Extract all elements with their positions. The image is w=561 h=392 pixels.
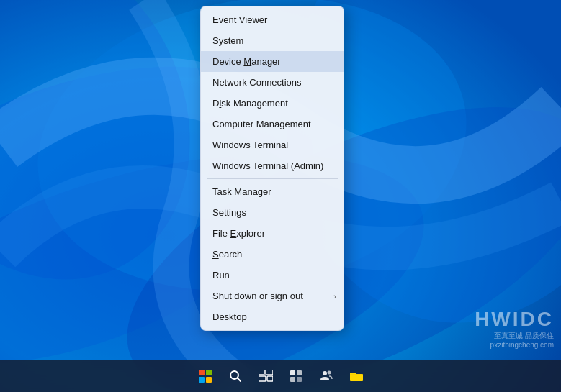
svg-rect-10 — [266, 370, 273, 375]
menu-item-settings[interactable]: Settings — [201, 202, 344, 223]
menu-item-label: Network Connections — [212, 77, 302, 88]
teams-button[interactable] — [313, 363, 340, 390]
menu-item-label: Shut down or sign out — [212, 291, 303, 301]
menu-item-label: File Explorer — [212, 228, 265, 239]
menu-item-label: Task Manager — [212, 186, 271, 197]
menu-item-computer-management[interactable]: Computer Management — [201, 114, 344, 135]
menu-item-windows-terminal[interactable]: Windows Terminal — [201, 135, 344, 155]
watermark-subtitle: 至真至诚 品质保住 — [475, 331, 554, 341]
menu-item-label: Search — [212, 249, 242, 260]
menu-item-network-connections[interactable]: Network Connections — [201, 72, 344, 93]
menu-item-disk-management[interactable]: Disk Management — [201, 93, 344, 114]
menu-item-event-viewer[interactable]: Event Viewer — [201, 9, 344, 30]
menu-item-label: Windows Terminal — [212, 140, 288, 150]
menu-item-label: Disk Management — [212, 98, 288, 109]
svg-rect-15 — [290, 377, 295, 382]
teams-icon — [319, 370, 333, 383]
svg-rect-14 — [297, 370, 302, 375]
watermark: HWIDC 至真至诚 品质保住 pxzitbingcheng.com — [475, 308, 554, 349]
menu-item-label: Run — [212, 270, 230, 281]
search-taskbar-icon — [229, 370, 242, 383]
menu-item-system[interactable]: System — [201, 30, 344, 51]
widgets-icon — [290, 370, 302, 383]
file-explorer-taskbar-button[interactable] — [343, 363, 370, 390]
search-taskbar-button[interactable] — [222, 363, 249, 390]
taskbar — [0, 360, 561, 392]
menu-separator — [207, 178, 338, 179]
watermark-url: pxzitbingcheng.com — [475, 341, 554, 349]
taskview-icon — [259, 370, 273, 383]
svg-rect-16 — [297, 377, 302, 382]
taskview-button[interactable] — [252, 363, 279, 390]
menu-item-label: Settings — [212, 207, 246, 218]
watermark-title: HWIDC — [475, 308, 554, 331]
svg-line-8 — [237, 378, 241, 382]
menu-item-desktop[interactable]: Desktop — [201, 306, 344, 327]
menu-item-label: Windows Terminal (Admin) — [212, 160, 323, 171]
menu-item-file-explorer[interactable]: File Explorer — [201, 223, 344, 244]
start-button[interactable] — [192, 363, 219, 390]
menu-item-label: System — [212, 35, 243, 46]
file-explorer-icon — [349, 370, 364, 383]
menu-item-label: Desktop — [212, 311, 247, 322]
svg-rect-13 — [290, 370, 295, 375]
svg-rect-11 — [259, 376, 266, 381]
svg-point-18 — [327, 371, 331, 375]
widgets-button[interactable] — [282, 363, 310, 390]
svg-point-17 — [323, 371, 327, 375]
windows-logo-icon — [199, 370, 212, 383]
menu-item-windows-terminal-admin[interactable]: Windows Terminal (Admin) — [201, 155, 344, 176]
menu-item-label: Computer Management — [212, 119, 311, 129]
menu-item-label: Device Manager — [212, 56, 281, 67]
menu-item-search[interactable]: Search — [201, 244, 344, 265]
menu-item-task-manager[interactable]: Task Manager — [201, 181, 344, 202]
menu-item-shut-down-sign-out[interactable]: Shut down or sign out› — [201, 286, 344, 306]
menu-item-label: Event Viewer — [212, 14, 267, 25]
submenu-arrow-icon: › — [333, 292, 336, 301]
menu-item-run[interactable]: Run — [201, 265, 344, 286]
menu-item-device-manager[interactable]: Device Manager — [201, 51, 344, 72]
svg-rect-12 — [267, 376, 273, 381]
context-menu: Event ViewerSystemDevice ManagerNetwork … — [200, 6, 344, 331]
svg-rect-9 — [259, 370, 264, 375]
